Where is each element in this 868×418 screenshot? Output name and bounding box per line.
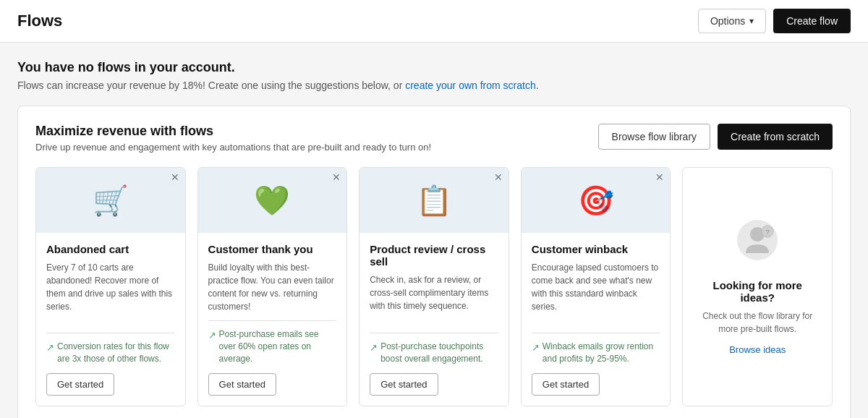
options-button[interactable]: Options ▾ xyxy=(698,9,766,33)
card-image-customer-winback: 🎯 ✕ xyxy=(522,168,671,233)
svg-text:?: ? xyxy=(766,229,770,236)
ideas-title: Looking for more ideas? xyxy=(697,279,817,304)
create-flow-button[interactable]: Create flow xyxy=(773,9,851,33)
header-actions: Options ▾ Create flow xyxy=(698,9,851,33)
card-body-product-review: Product review / cross sell Check in, as… xyxy=(359,233,509,406)
card-body-customer-thank-you: Customer thank you Build loyalty with th… xyxy=(198,233,347,406)
flow-card-abandoned-cart: 🛒 ✕ Abandoned cart Every 7 of 10 carts a… xyxy=(35,167,186,406)
get-started-abandoned-cart-button[interactable]: Get started xyxy=(46,373,114,396)
stat-arrow-icon: ↗ xyxy=(208,329,216,342)
customer-thank-you-title: Customer thank you xyxy=(208,243,337,255)
customer-winback-stat: ↗ Winback emails grow rention and profit… xyxy=(532,341,660,365)
ideas-icon: ? xyxy=(736,218,779,270)
empty-state-text-after: . xyxy=(536,80,539,91)
empty-state-heading: You have no flows in your account. xyxy=(17,60,851,75)
page-header: Flows Options ▾ Create flow xyxy=(0,0,868,43)
chevron-down-icon: ▾ xyxy=(749,16,754,26)
ideas-card: ? Looking for more ideas? Check out the … xyxy=(682,167,833,406)
card-divider xyxy=(370,333,498,333)
options-label: Options xyxy=(710,15,745,27)
customer-winback-icon: 🎯 xyxy=(578,184,614,218)
promo-title: Maximize revenue with flows xyxy=(35,124,431,139)
close-abandoned-cart-button[interactable]: ✕ xyxy=(171,172,179,182)
promo-header-text: Maximize revenue with flows Drive up rev… xyxy=(35,124,431,153)
abandoned-cart-title: Abandoned cart xyxy=(46,243,175,255)
stat-arrow-icon: ↗ xyxy=(46,341,54,354)
flow-card-customer-thank-you: 💚 ✕ Customer thank you Build loyalty wit… xyxy=(197,167,348,406)
stat-arrow-icon: ↗ xyxy=(370,341,378,354)
stat-arrow-icon: ↗ xyxy=(532,341,540,354)
flow-card-customer-winback: 🎯 ✕ Customer winback Encourage lapsed cu… xyxy=(521,167,671,406)
flow-card-product-review: 📋 ✕ Product review / cross sell Check in… xyxy=(359,167,509,406)
promo-subtitle: Drive up revenue and engagement with key… xyxy=(35,142,431,153)
customer-thank-you-desc: Build loyalty with this best-practice fl… xyxy=(208,261,337,313)
promo-header-actions: Browse flow library Create from scratch xyxy=(598,124,833,150)
abandoned-cart-icon: 🛒 xyxy=(93,184,129,218)
card-divider xyxy=(46,333,175,333)
browse-ideas-link[interactable]: Browse ideas xyxy=(729,344,786,355)
browse-flow-library-button[interactable]: Browse flow library xyxy=(598,124,710,150)
customer-thank-you-stat: ↗ Post-purchase emails see over 60% open… xyxy=(208,328,337,364)
create-from-scratch-link[interactable]: create your own from scratch xyxy=(405,80,536,91)
empty-state: You have no flows in your account. Flows… xyxy=(17,60,851,91)
close-product-review-button[interactable]: ✕ xyxy=(494,172,503,182)
get-started-product-review-button[interactable]: Get started xyxy=(370,373,438,396)
product-review-title: Product review / cross sell xyxy=(370,243,498,268)
abandoned-cart-stat: ↗ Conversion rates for this flow are 3x … xyxy=(46,341,175,365)
empty-state-description: Flows can increase your revenue by 18%! … xyxy=(17,80,851,91)
promo-header: Maximize revenue with flows Drive up rev… xyxy=(35,124,833,153)
card-body-abandoned-cart: Abandoned cart Every 7 of 10 carts are a… xyxy=(36,233,185,406)
page-title: Flows xyxy=(17,12,62,30)
product-review-desc: Check in, ask for a review, or cross-sel… xyxy=(370,273,498,325)
get-started-customer-thank-you-button[interactable]: Get started xyxy=(208,373,276,396)
product-review-icon: 📋 xyxy=(416,184,452,218)
customer-thank-you-icon: 💚 xyxy=(254,184,290,218)
main-content: You have no flows in your account. Flows… xyxy=(0,43,868,418)
get-started-customer-winback-button[interactable]: Get started xyxy=(532,373,600,396)
close-customer-winback-button[interactable]: ✕ xyxy=(655,172,664,182)
customer-winback-desc: Encourage lapsed customoers to come back… xyxy=(532,261,660,325)
close-customer-thank-you-button[interactable]: ✕ xyxy=(332,172,341,182)
card-divider xyxy=(208,320,337,321)
ideas-desc: Check out the flow library for more pre-… xyxy=(697,310,817,336)
card-image-product-review: 📋 ✕ xyxy=(359,168,509,233)
empty-state-text-before: Flows can increase your revenue by 18%! … xyxy=(17,80,405,91)
promo-section: Maximize revenue with flows Drive up rev… xyxy=(17,106,851,418)
card-image-abandoned-cart: 🛒 ✕ xyxy=(36,168,185,233)
create-from-scratch-button[interactable]: Create from scratch xyxy=(718,124,833,150)
product-review-stat: ↗ Post-purchase touchpoints boost overal… xyxy=(370,341,498,365)
cards-grid: 🛒 ✕ Abandoned cart Every 7 of 10 carts a… xyxy=(35,167,833,406)
customer-winback-title: Customer winback xyxy=(532,243,660,255)
card-body-customer-winback: Customer winback Encourage lapsed custom… xyxy=(522,233,671,406)
card-image-customer-thank-you: 💚 ✕ xyxy=(198,168,347,233)
abandoned-cart-desc: Every 7 of 10 carts are abandoned! Recov… xyxy=(46,261,175,325)
card-divider xyxy=(532,333,660,333)
